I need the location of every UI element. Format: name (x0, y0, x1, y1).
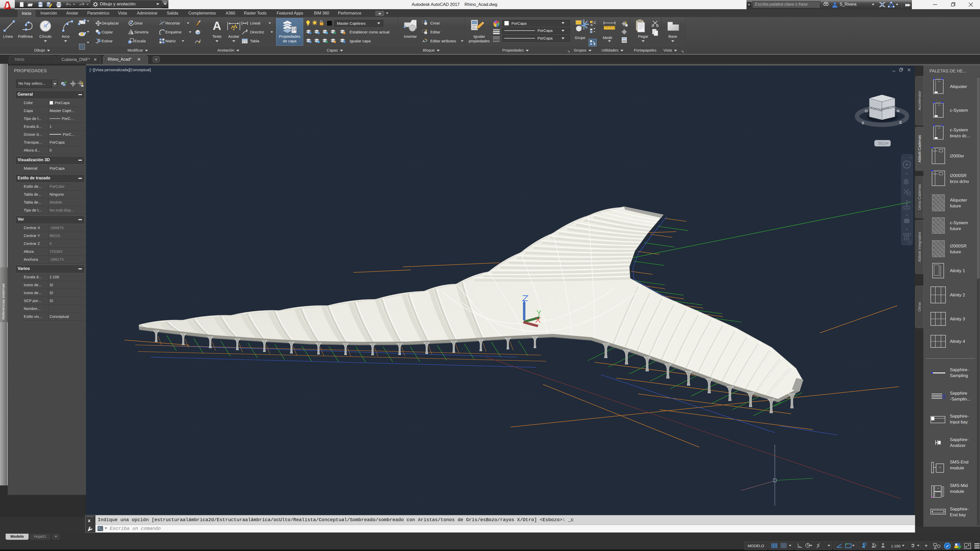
svg-text:E: E (899, 120, 902, 124)
svg-text:SCU: SCU (878, 141, 886, 145)
svg-text:O: O (865, 109, 868, 113)
svg-text:S: S (862, 121, 864, 125)
svg-text:N: N (897, 109, 900, 113)
